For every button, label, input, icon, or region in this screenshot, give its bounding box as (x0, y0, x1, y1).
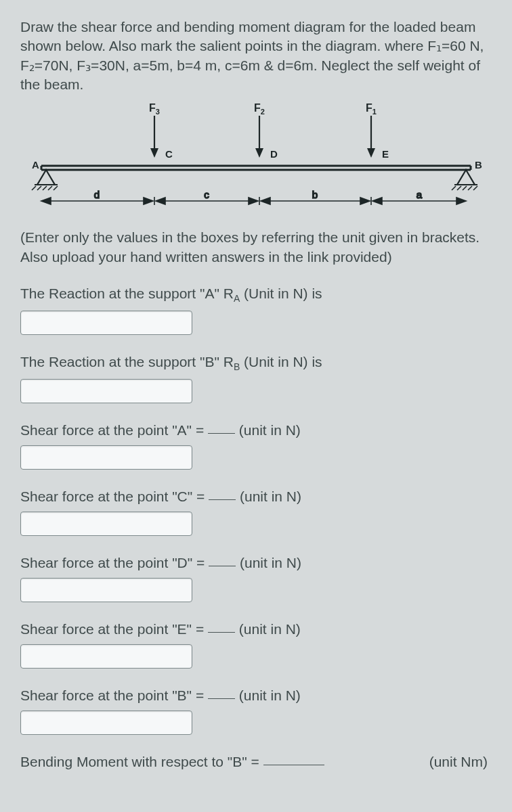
svg-text:C: C (165, 148, 173, 160)
svg-line-17 (473, 186, 477, 190)
svg-marker-39 (249, 198, 258, 204)
svg-line-14 (457, 186, 461, 190)
input-ra[interactable] (20, 311, 192, 335)
svg-marker-23 (255, 148, 263, 158)
svg-line-10 (54, 186, 58, 190)
input-sf-a[interactable] (20, 445, 192, 470)
svg-line-8 (43, 186, 47, 190)
problem-statement: Draw the shear force and bending moment … (20, 18, 492, 94)
svg-line-6 (32, 186, 36, 190)
beam-diagram: F3 C F2 D F1 E A B d (22, 101, 490, 216)
svg-line-7 (37, 186, 41, 190)
svg-marker-44 (360, 198, 370, 204)
question-sf-e: Shear force at the point "E" = (unit in … (20, 621, 492, 637)
svg-text:c: c (204, 189, 209, 200)
svg-marker-27 (367, 148, 375, 158)
svg-marker-43 (261, 198, 270, 204)
input-sf-c[interactable] (20, 512, 192, 536)
svg-text:F1: F1 (366, 102, 377, 116)
input-sf-d[interactable] (20, 578, 192, 602)
input-sf-b[interactable] (20, 710, 192, 735)
svg-line-15 (463, 186, 467, 190)
svg-marker-11 (457, 170, 475, 185)
input-rb[interactable] (20, 379, 192, 403)
svg-marker-49 (456, 198, 466, 204)
svg-text:E: E (382, 148, 389, 160)
instructions-text: (Enter only the values in the boxes by r… (20, 228, 492, 267)
svg-text:d: d (94, 189, 100, 200)
svg-marker-34 (144, 198, 153, 204)
question-ra: The Reaction at the support "A" RA (Unit… (20, 286, 492, 304)
svg-marker-38 (156, 198, 165, 204)
svg-marker-48 (372, 198, 382, 204)
svg-marker-19 (150, 148, 158, 158)
svg-text:D: D (270, 148, 278, 160)
svg-line-9 (48, 186, 52, 190)
question-sf-d: Shear force at the point "D" = (unit in … (20, 555, 492, 571)
svg-text:b: b (312, 189, 318, 200)
svg-line-16 (468, 186, 472, 190)
question-sf-b: Shear force at the point "B" = (unit in … (20, 687, 492, 704)
question-bm-b: Bending Moment with respect to "B" = (un… (20, 754, 488, 770)
svg-marker-33 (41, 198, 51, 204)
question-sf-a: Shear force at the point "A" = (unit in … (20, 422, 492, 438)
svg-text:B: B (475, 159, 482, 171)
svg-line-13 (452, 186, 456, 190)
input-sf-e[interactable] (20, 644, 192, 669)
question-rb: The Reaction at the support "B" RB (Unit… (20, 354, 492, 372)
question-sf-c: Shear force at the point "C" = (unit in … (20, 489, 492, 505)
svg-text:F2: F2 (254, 102, 265, 116)
svg-text:F3: F3 (149, 102, 160, 116)
svg-marker-4 (37, 170, 55, 185)
svg-text:a: a (417, 189, 423, 200)
svg-text:A: A (32, 159, 39, 171)
